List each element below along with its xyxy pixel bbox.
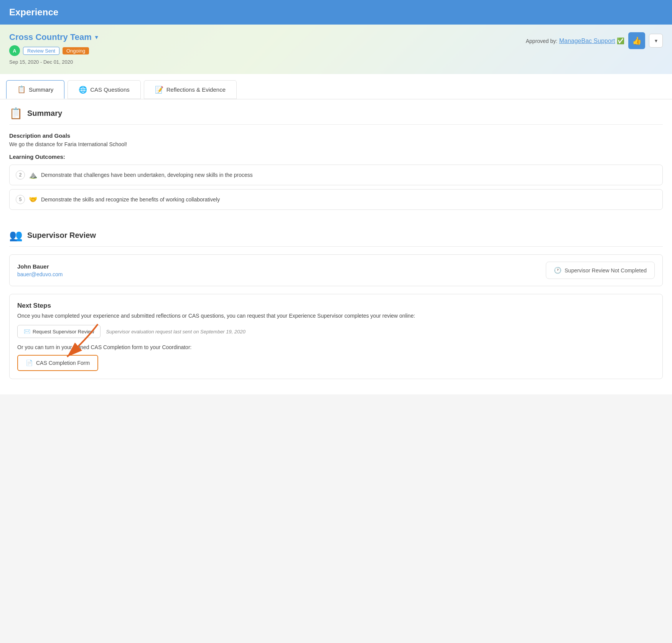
request-row: ✉️ Request Supervisor Review Supervisor … bbox=[17, 325, 655, 338]
request-btn-label: Request Supervisor Review bbox=[33, 329, 94, 335]
cas-questions-tab-icon: 🌐 bbox=[79, 86, 87, 94]
tab-summary[interactable]: 📋 Summary bbox=[6, 80, 64, 99]
reflections-tab-icon: 📝 bbox=[155, 86, 163, 94]
outcome-text-1: Demonstrate that challenges have been un… bbox=[41, 172, 253, 178]
summary-section-title: Summary bbox=[27, 109, 62, 118]
summary-tab-icon: 📋 bbox=[17, 85, 26, 94]
summary-tab-label: Summary bbox=[29, 86, 53, 93]
outcome-emoji-1: ⛰️ bbox=[29, 171, 37, 179]
next-steps-section: Next Steps Once you have completed your … bbox=[9, 294, 663, 379]
outcome-card-1: 2 ⛰️ Demonstrate that challenges have be… bbox=[9, 165, 663, 185]
supervisor-section-header: 👥 Supervisor Review bbox=[9, 221, 663, 247]
cas-completion-form-button[interactable]: 📄 CAS Completion Form bbox=[17, 355, 98, 371]
summary-section-icon: 📋 bbox=[9, 107, 23, 120]
page-title: Experience bbox=[9, 7, 663, 18]
approved-text: Approved by: ManageBac Support ✅ bbox=[526, 37, 624, 45]
bookmark-button[interactable]: 👍 bbox=[628, 32, 645, 49]
tab-reflections-evidence[interactable]: 📝 Reflections & Evidence bbox=[144, 80, 237, 99]
outcome-num-2: 5 bbox=[16, 195, 25, 204]
email-icon: ✉️ bbox=[24, 328, 30, 335]
summary-section-header: 📋 Summary bbox=[9, 99, 663, 125]
desc-goals-text: We go the distance for Faria Internation… bbox=[9, 141, 663, 147]
supervisor-section-title: Supervisor Review bbox=[27, 231, 96, 240]
approved-label: Approved by: bbox=[526, 38, 558, 44]
document-icon: 📄 bbox=[26, 359, 33, 366]
reflections-tab-label: Reflections & Evidence bbox=[166, 86, 226, 93]
next-steps-title: Next Steps bbox=[17, 302, 655, 310]
approved-name[interactable]: ManageBac Support bbox=[559, 38, 615, 44]
cas-form-label: CAS Completion Form bbox=[36, 360, 90, 366]
review-status-box: 🕐 Supervisor Review Not Completed bbox=[546, 262, 655, 279]
request-supervisor-review-button[interactable]: ✉️ Request Supervisor Review bbox=[17, 325, 100, 338]
next-steps-description: Once you have completed your experience … bbox=[17, 313, 655, 319]
tab-cas-questions[interactable]: 🌐 CAS Questions bbox=[68, 80, 141, 99]
date-range: Sep 15, 2020 - Dec 01, 2020 bbox=[9, 59, 99, 65]
experience-title[interactable]: Cross Country Team ▼ bbox=[9, 32, 99, 42]
main-content: 📋 Summary Description and Goals We go th… bbox=[0, 99, 672, 394]
outcome-card-2: 5 🤝 Demonstrate the skills and recognize… bbox=[9, 189, 663, 210]
clock-icon: 🕐 bbox=[554, 267, 562, 274]
chevron-down-icon: ▼ bbox=[94, 34, 99, 40]
desc-goals-title: Description and Goals bbox=[9, 132, 663, 139]
or-text: Or you can turn in your signed CAS Compl… bbox=[17, 344, 655, 350]
review-sent-badge: Review Sent bbox=[23, 47, 59, 55]
supervisor-email[interactable]: bauer@eduvo.com bbox=[17, 271, 63, 277]
outcome-num-1: 2 bbox=[16, 170, 25, 180]
supervisor-info: John Bauer bauer@eduvo.com bbox=[17, 263, 63, 277]
ongoing-badge: Ongoing bbox=[63, 47, 89, 54]
avatar: A bbox=[9, 45, 20, 56]
expand-button[interactable]: ▾ bbox=[649, 34, 663, 48]
cas-form-container: 📄 CAS Completion Form bbox=[17, 355, 98, 371]
experience-name: Cross Country Team bbox=[9, 32, 92, 42]
description-goals: Description and Goals We go the distance… bbox=[9, 132, 663, 160]
learning-outcomes-label: Learning Outcomes: bbox=[9, 153, 663, 160]
supervisor-card: John Bauer bauer@eduvo.com 🕐 Supervisor … bbox=[9, 254, 663, 286]
tabs-row: 📋 Summary 🌐 CAS Questions 📝 Reflections … bbox=[0, 74, 672, 99]
supervisor-review-section: 👥 Supervisor Review John Bauer bauer@edu… bbox=[9, 221, 663, 379]
supervisor-section-icon: 👥 bbox=[9, 229, 23, 242]
hero-badges: A Review Sent Ongoing bbox=[9, 45, 99, 56]
hero-banner: Cross Country Team ▼ A Review Sent Ongoi… bbox=[0, 25, 672, 74]
outcome-emoji-2: 🤝 bbox=[29, 195, 37, 204]
request-info-text: Supervisor evaluation request last sent … bbox=[106, 329, 245, 335]
cas-questions-tab-label: CAS Questions bbox=[90, 86, 130, 93]
check-icon: ✅ bbox=[617, 38, 624, 44]
review-status-text: Supervisor Review Not Completed bbox=[565, 267, 647, 274]
top-header: Experience bbox=[0, 0, 672, 25]
outcome-text-2: Demonstrate the skills and recognize the… bbox=[41, 196, 220, 203]
supervisor-name: John Bauer bbox=[17, 263, 63, 270]
